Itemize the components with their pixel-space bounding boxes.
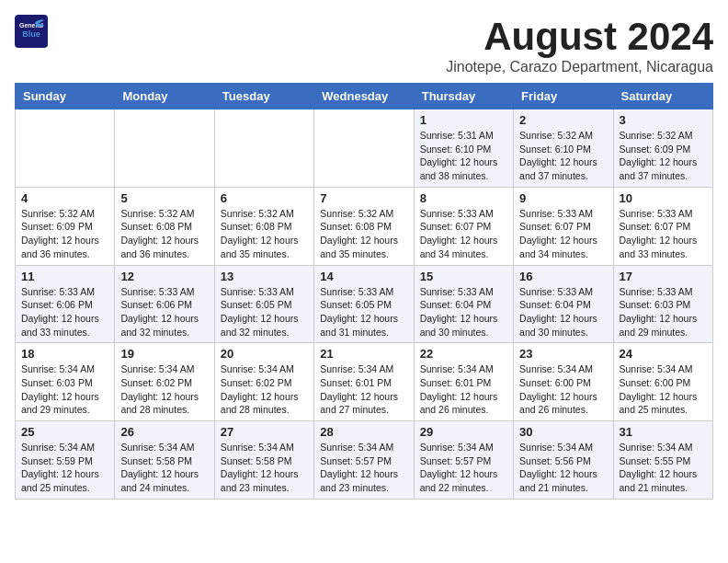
calendar-cell-23: 20Sunrise: 5:34 AM Sunset: 6:02 PM Dayli… xyxy=(214,343,313,421)
day-number: 19 xyxy=(120,347,208,361)
calendar-cell-9: 6Sunrise: 5:32 AM Sunset: 6:08 PM Daylig… xyxy=(214,187,313,265)
day-info: Sunrise: 5:32 AM Sunset: 6:08 PM Dayligh… xyxy=(221,207,308,261)
day-number: 1 xyxy=(420,113,507,127)
calendar-cell-5: 2Sunrise: 5:32 AM Sunset: 6:10 PM Daylig… xyxy=(514,109,613,188)
day-info: Sunrise: 5:34 AM Sunset: 6:01 PM Dayligh… xyxy=(420,362,507,417)
day-number: 26 xyxy=(120,425,208,439)
calendar-cell-13: 10Sunrise: 5:33 AM Sunset: 6:07 PM Dayli… xyxy=(613,187,712,265)
day-info: Sunrise: 5:34 AM Sunset: 5:57 PM Dayligh… xyxy=(420,441,507,495)
day-info: Sunrise: 5:33 AM Sunset: 6:05 PM Dayligh… xyxy=(221,285,308,339)
day-info: Sunrise: 5:32 AM Sunset: 6:08 PM Dayligh… xyxy=(320,207,407,261)
calendar-cell-26: 23Sunrise: 5:34 AM Sunset: 6:00 PM Dayli… xyxy=(514,343,613,421)
day-number: 15 xyxy=(420,270,507,283)
day-number: 9 xyxy=(519,191,607,205)
calendar-header: Sunday Monday Tuesday Wednesday Thursday… xyxy=(16,84,713,109)
calendar-cell-4: 1Sunrise: 5:31 AM Sunset: 6:10 PM Daylig… xyxy=(414,109,513,188)
day-info: Sunrise: 5:34 AM Sunset: 5:55 PM Dayligh… xyxy=(620,441,707,495)
day-number: 6 xyxy=(221,191,308,205)
day-info: Sunrise: 5:33 AM Sunset: 6:07 PM Dayligh… xyxy=(519,207,607,261)
calendar-cell-30: 27Sunrise: 5:34 AM Sunset: 5:58 PM Dayli… xyxy=(214,421,313,500)
calendar-cell-1 xyxy=(115,109,214,188)
calendar-cell-8: 5Sunrise: 5:32 AM Sunset: 6:08 PM Daylig… xyxy=(115,187,214,265)
calendar-cell-31: 28Sunrise: 5:34 AM Sunset: 5:57 PM Dayli… xyxy=(314,421,414,500)
calendar-cell-29: 26Sunrise: 5:34 AM Sunset: 5:58 PM Dayli… xyxy=(115,421,214,500)
calendar-cell-34: 31Sunrise: 5:34 AM Sunset: 5:55 PM Dayli… xyxy=(613,421,712,500)
day-info: Sunrise: 5:33 AM Sunset: 6:04 PM Dayligh… xyxy=(519,285,607,339)
day-info: Sunrise: 5:34 AM Sunset: 6:03 PM Dayligh… xyxy=(21,362,108,417)
calendar-cell-19: 16Sunrise: 5:33 AM Sunset: 6:04 PM Dayli… xyxy=(514,265,613,343)
day-info: Sunrise: 5:31 AM Sunset: 6:10 PM Dayligh… xyxy=(420,129,507,183)
day-number: 25 xyxy=(21,425,108,439)
day-info: Sunrise: 5:34 AM Sunset: 5:58 PM Dayligh… xyxy=(221,441,308,495)
header-saturday: Saturday xyxy=(613,84,712,109)
calendar-cell-0 xyxy=(16,109,115,188)
calendar-cell-12: 9Sunrise: 5:33 AM Sunset: 6:07 PM Daylig… xyxy=(514,187,613,265)
day-number: 13 xyxy=(221,270,308,283)
day-number: 28 xyxy=(320,425,407,439)
day-number: 29 xyxy=(420,425,507,439)
calendar-table: Sunday Monday Tuesday Wednesday Thursday… xyxy=(15,83,713,500)
day-number: 18 xyxy=(21,347,108,361)
day-number: 2 xyxy=(519,113,607,127)
calendar-cell-20: 17Sunrise: 5:33 AM Sunset: 6:03 PM Dayli… xyxy=(613,265,712,343)
calendar-cell-21: 18Sunrise: 5:34 AM Sunset: 6:03 PM Dayli… xyxy=(16,343,115,421)
day-info: Sunrise: 5:34 AM Sunset: 5:59 PM Dayligh… xyxy=(21,441,108,495)
day-info: Sunrise: 5:32 AM Sunset: 6:10 PM Dayligh… xyxy=(519,129,607,183)
calendar-cell-2 xyxy=(214,109,313,188)
logo-icon: General Blue xyxy=(15,15,48,48)
day-info: Sunrise: 5:32 AM Sunset: 6:08 PM Dayligh… xyxy=(120,207,208,261)
day-info: Sunrise: 5:32 AM Sunset: 6:09 PM Dayligh… xyxy=(21,207,108,261)
calendar-cell-33: 30Sunrise: 5:34 AM Sunset: 5:56 PM Dayli… xyxy=(514,421,613,500)
header-friday: Friday xyxy=(514,84,613,109)
day-info: Sunrise: 5:34 AM Sunset: 5:58 PM Dayligh… xyxy=(120,441,208,495)
header-monday: Monday xyxy=(115,84,214,109)
header-tuesday: Tuesday xyxy=(214,84,313,109)
day-number: 21 xyxy=(320,347,407,361)
calendar-cell-32: 29Sunrise: 5:34 AM Sunset: 5:57 PM Dayli… xyxy=(414,421,513,500)
calendar-cell-3 xyxy=(314,109,414,188)
header-row: Sunday Monday Tuesday Wednesday Thursday… xyxy=(16,84,713,109)
week-row-5: 25Sunrise: 5:34 AM Sunset: 5:59 PM Dayli… xyxy=(16,421,713,500)
day-info: Sunrise: 5:33 AM Sunset: 6:07 PM Dayligh… xyxy=(420,207,507,261)
calendar-cell-17: 14Sunrise: 5:33 AM Sunset: 6:05 PM Dayli… xyxy=(314,265,414,343)
calendar-cell-27: 24Sunrise: 5:34 AM Sunset: 6:00 PM Dayli… xyxy=(613,343,712,421)
day-number: 7 xyxy=(320,191,407,205)
day-info: Sunrise: 5:32 AM Sunset: 6:09 PM Dayligh… xyxy=(620,129,707,183)
day-number: 16 xyxy=(519,270,607,283)
day-number: 14 xyxy=(320,270,407,283)
day-info: Sunrise: 5:34 AM Sunset: 5:56 PM Dayligh… xyxy=(519,441,607,495)
calendar-cell-24: 21Sunrise: 5:34 AM Sunset: 6:01 PM Dayli… xyxy=(314,343,414,421)
day-info: Sunrise: 5:34 AM Sunset: 6:01 PM Dayligh… xyxy=(320,362,407,417)
day-number: 10 xyxy=(620,191,707,205)
calendar-cell-16: 13Sunrise: 5:33 AM Sunset: 6:05 PM Dayli… xyxy=(214,265,313,343)
day-number: 30 xyxy=(519,425,607,439)
day-number: 11 xyxy=(21,270,108,283)
day-number: 4 xyxy=(21,191,108,205)
day-number: 8 xyxy=(420,191,507,205)
calendar-cell-25: 22Sunrise: 5:34 AM Sunset: 6:01 PM Dayli… xyxy=(414,343,513,421)
calendar-cell-7: 4Sunrise: 5:32 AM Sunset: 6:09 PM Daylig… xyxy=(16,187,115,265)
calendar-cell-18: 15Sunrise: 5:33 AM Sunset: 6:04 PM Dayli… xyxy=(414,265,513,343)
day-info: Sunrise: 5:33 AM Sunset: 6:06 PM Dayligh… xyxy=(120,285,208,339)
page-title: August 2024 xyxy=(446,15,713,59)
calendar-cell-14: 11Sunrise: 5:33 AM Sunset: 6:06 PM Dayli… xyxy=(16,265,115,343)
day-info: Sunrise: 5:34 AM Sunset: 6:00 PM Dayligh… xyxy=(519,362,607,417)
calendar-cell-22: 19Sunrise: 5:34 AM Sunset: 6:02 PM Dayli… xyxy=(115,343,214,421)
header-sunday: Sunday xyxy=(16,84,115,109)
calendar-cell-6: 3Sunrise: 5:32 AM Sunset: 6:09 PM Daylig… xyxy=(613,109,712,188)
calendar-cell-28: 25Sunrise: 5:34 AM Sunset: 5:59 PM Dayli… xyxy=(16,421,115,500)
day-number: 20 xyxy=(221,347,308,361)
day-info: Sunrise: 5:34 AM Sunset: 5:57 PM Dayligh… xyxy=(320,441,407,495)
calendar-cell-15: 12Sunrise: 5:33 AM Sunset: 6:06 PM Dayli… xyxy=(115,265,214,343)
day-info: Sunrise: 5:33 AM Sunset: 6:03 PM Dayligh… xyxy=(620,285,707,339)
day-info: Sunrise: 5:34 AM Sunset: 6:02 PM Dayligh… xyxy=(120,362,208,417)
header-thursday: Thursday xyxy=(414,84,513,109)
day-number: 12 xyxy=(120,270,208,283)
day-number: 23 xyxy=(519,347,607,361)
day-number: 24 xyxy=(620,347,707,361)
day-info: Sunrise: 5:34 AM Sunset: 6:02 PM Dayligh… xyxy=(221,362,308,417)
day-number: 5 xyxy=(120,191,208,205)
calendar-cell-11: 8Sunrise: 5:33 AM Sunset: 6:07 PM Daylig… xyxy=(414,187,513,265)
day-info: Sunrise: 5:33 AM Sunset: 6:07 PM Dayligh… xyxy=(620,207,707,261)
header-wednesday: Wednesday xyxy=(314,84,414,109)
